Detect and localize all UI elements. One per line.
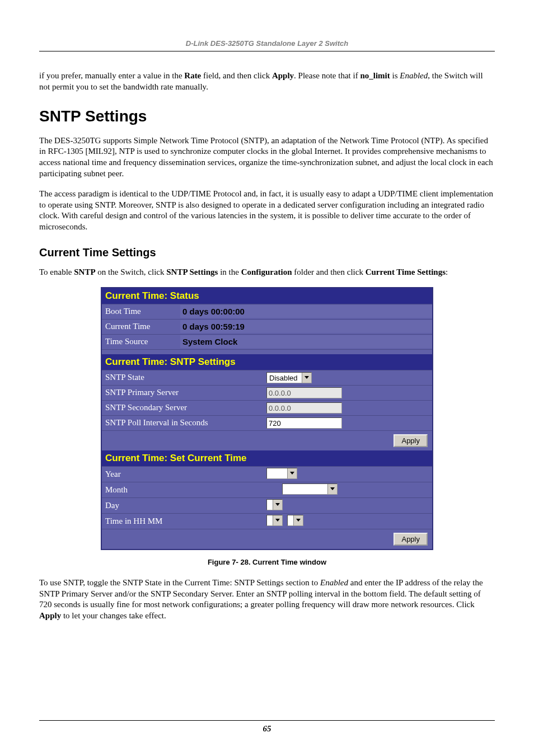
svg-marker-0 (305, 376, 309, 379)
text: To enable (39, 267, 74, 276)
sntp-state-select[interactable]: Disabled (266, 372, 312, 383)
text-bold: SNTP Settings (166, 267, 218, 276)
figure-caption: Figure 7- 28. Current Time window (39, 558, 495, 566)
enable-paragraph: To enable SNTP on the Switch, click SNTP… (39, 267, 495, 278)
text: . Please note that if (294, 71, 360, 80)
sntp-secondary-label: SNTP Secondary Server (102, 401, 264, 414)
hh-value (267, 515, 273, 525)
text-bold: Apply (272, 71, 294, 80)
svg-marker-1 (290, 472, 294, 475)
svg-marker-2 (330, 487, 335, 490)
hh-select[interactable] (266, 515, 283, 526)
chevron-down-icon (287, 468, 297, 478)
day-value (267, 500, 273, 510)
text: if you prefer, manually enter a value in… (39, 71, 184, 80)
time-source-label: Time Source (102, 335, 180, 348)
sntp-primary-input[interactable]: 0.0.0.0 (266, 387, 342, 398)
apply-button-sntp[interactable]: Apply (394, 434, 428, 447)
chevron-down-icon (273, 500, 282, 510)
boot-time-label: Boot Time (102, 305, 180, 318)
current-time-value: 0 days 00:59:19 (180, 320, 432, 333)
day-select[interactable] (266, 499, 283, 510)
apply-button-set-time[interactable]: Apply (394, 533, 428, 546)
sntp-poll-input[interactable]: 720 (266, 417, 342, 429)
text: field, and then click (201, 71, 272, 80)
hhmm-label: Time in HH MM (102, 515, 264, 528)
current-time-panel: Current Time: Status Boot Time 0 days 00… (101, 287, 433, 550)
text: To use SNTP, toggle the SNTP State in th… (39, 578, 320, 587)
sntp-primary-label: SNTP Primary Server (102, 386, 264, 399)
text: in the (218, 267, 241, 276)
text: is (390, 71, 400, 80)
month-label: Month (102, 483, 264, 496)
month-value (283, 484, 327, 494)
svg-marker-5 (296, 519, 301, 522)
day-label: Day (102, 499, 264, 512)
heading-current-time-settings: Current Time Settings (39, 246, 495, 259)
time-source-value: System Clock (180, 335, 432, 348)
current-time-label: Current Time (102, 320, 180, 333)
text-italic: Enabled (400, 71, 428, 80)
text-italic: Enabled (320, 578, 348, 587)
sntp-secondary-input[interactable]: 0.0.0.0 (266, 402, 342, 414)
chevron-down-icon (302, 373, 311, 383)
text-bold: Rate (184, 71, 201, 80)
chevron-down-icon (327, 484, 337, 494)
month-select[interactable] (282, 483, 338, 495)
paragraph: The access paradigm is identical to the … (39, 189, 495, 233)
text: folder and then click (292, 267, 365, 276)
set-current-time-title: Current Time: Set Current Time (102, 450, 432, 466)
page-number: 65 (39, 720, 495, 734)
sntp-poll-label: SNTP Poll Interval in Seconds (102, 416, 264, 429)
running-header: D-Link DES-3250TG Standalone Layer 2 Swi… (39, 39, 495, 51)
year-value (267, 468, 287, 478)
boot-time-value: 0 days 00:00:00 (180, 305, 432, 318)
sntp-state-label: SNTP State (102, 371, 264, 384)
mm-select[interactable] (287, 515, 303, 526)
status-title: Current Time: Status (102, 288, 432, 304)
intro-paragraph: if you prefer, manually enter a value in… (39, 71, 495, 93)
year-select[interactable] (266, 468, 297, 479)
sntp-state-value: Disabled (267, 373, 302, 383)
svg-marker-3 (275, 503, 280, 506)
paragraph: The DES-3250TG supports Simple Network T… (39, 135, 495, 180)
text-bold: Configuration (241, 267, 292, 276)
text: to let your changes take effect. (61, 611, 166, 620)
sntp-settings-title: Current Time: SNTP Settings (102, 354, 432, 370)
usage-paragraph: To use SNTP, toggle the SNTP State in th… (39, 577, 495, 622)
mm-value (288, 515, 293, 525)
svg-marker-4 (275, 519, 280, 522)
text-bold: no_limit (360, 71, 390, 80)
year-label: Year (102, 468, 264, 481)
heading-sntp-settings: SNTP Settings (39, 107, 495, 125)
text: on the Switch, click (96, 267, 167, 276)
chevron-down-icon (293, 515, 303, 525)
text-bold: Apply (39, 611, 61, 620)
text: : (446, 267, 448, 276)
text-bold: SNTP (74, 267, 95, 276)
chevron-down-icon (273, 515, 282, 525)
text-bold: Current Time Settings (366, 267, 446, 276)
